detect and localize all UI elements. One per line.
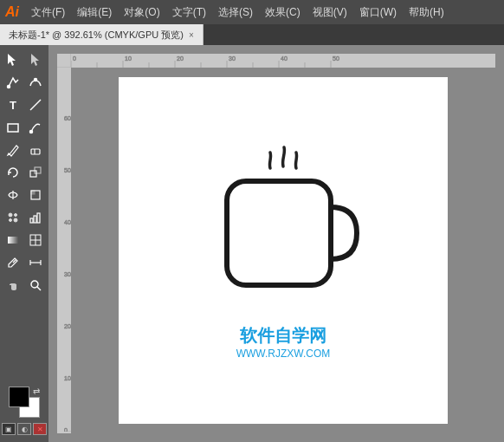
ruler-corner [57,54,71,68]
svg-rect-5 [8,124,18,132]
tool-row-hand [0,274,48,296]
title-bar: Ai 文件(F)编辑(E)对象(O)文字(T)选择(S)效果(C)视图(V)窗口… [0,0,504,24]
left-toolbar: T [0,45,48,442]
normal-screen-mode[interactable]: ▣ [2,423,16,435]
svg-point-17 [14,218,17,222]
tool-row-pencil [0,139,48,161]
svg-text:50: 50 [333,55,339,62]
svg-marker-0 [8,54,16,66]
tool-row-pen [0,71,48,94]
svg-text:0: 0 [73,55,76,62]
svg-text:20: 20 [64,323,71,329]
menu-item[interactable]: 效果(C) [260,3,306,22]
zoom-tool[interactable] [24,274,47,296]
none-mode[interactable]: ✕ [33,423,47,435]
foreground-color[interactable] [9,387,29,407]
watermark-main-text: 软件自学网 [236,324,331,348]
tool-row-warp [0,184,48,206]
svg-text:40: 40 [64,219,71,225]
cup-svg [205,142,361,315]
svg-text:40: 40 [281,55,288,62]
svg-text:0: 0 [64,427,68,432]
direct-select-tool[interactable] [24,49,47,71]
paintbrush-tool[interactable] [24,116,47,139]
svg-text:30: 30 [64,271,71,277]
color-section: ⇄ ▣ ◐ ✕ [0,383,50,439]
document-tab[interactable]: 未标题-1* @ 392.61% (CMYK/GPU 预览) × [0,24,204,45]
canvas-paper: 软件自学网 WWW.RJZXW.COM [71,68,495,433]
menu-item[interactable]: 视图(V) [307,3,352,22]
menu-item[interactable]: 编辑(E) [72,3,117,22]
graph-tool[interactable] [24,206,47,229]
line-tool[interactable] [24,94,47,116]
ruler-vertical: 0 10 20 30 40 50 60 [57,68,71,433]
svg-line-30 [37,287,41,290]
tab-close-button[interactable]: × [189,30,194,40]
tool-row-eyedropper [0,251,48,274]
menu-item[interactable]: 帮助(H) [404,3,449,22]
screen-mode-row: ▣ ◐ ✕ [2,423,47,435]
svg-text:10: 10 [64,375,71,381]
svg-text:20: 20 [177,55,184,62]
tool-row-rotate [0,161,48,184]
cup-illustration: 软件自学网 WWW.RJZXW.COM [205,142,361,360]
menu-item[interactable]: 文字(T) [167,3,211,22]
svg-text:60: 60 [64,115,71,121]
menu-item[interactable]: 对象(O) [119,3,165,22]
watermark: 软件自学网 WWW.RJZXW.COM [236,324,331,360]
tab-label: 未标题-1* @ 392.61% (CMYK/GPU 预览) [9,29,184,42]
tab-bar: 未标题-1* @ 392.61% (CMYK/GPU 预览) × [0,24,504,45]
hand-tool[interactable] [2,274,24,296]
app-logo: Ai [5,4,19,20]
canvas-area: 0 10 20 30 40 50 [48,45,504,442]
menu-item[interactable]: 选择(S) [213,3,258,22]
menu-item[interactable]: 窗口(W) [354,3,402,22]
free-transform-tool[interactable] [24,184,47,206]
rectangle-tool[interactable] [2,116,24,139]
type-tool[interactable]: T [2,94,24,116]
rotate-tool[interactable] [2,161,24,184]
mesh-tool[interactable] [24,229,47,251]
svg-point-14 [9,213,12,217]
main-layout: T [0,45,504,442]
gradient-tool[interactable] [2,229,24,251]
pen-tool[interactable] [2,71,24,94]
svg-point-3 [35,79,37,81]
canvas-row: 0 10 20 30 40 50 60 [57,68,495,433]
color-boxes[interactable]: ⇄ [9,387,40,418]
svg-rect-18 [30,218,33,223]
svg-rect-21 [8,237,18,244]
svg-rect-20 [37,213,40,223]
menu-bar: 文件(F)编辑(E)对象(O)文字(T)选择(S)效果(C)视图(V)窗口(W)… [26,3,499,22]
eyedropper-tool[interactable] [2,251,24,274]
select-tool[interactable] [2,49,24,71]
tool-row-select [0,49,48,71]
svg-rect-19 [34,216,36,223]
svg-point-6 [30,131,33,133]
measure-tool[interactable] [24,251,47,274]
symbol-tool[interactable] [2,206,24,229]
curvature-tool[interactable] [24,71,47,94]
artboard: 软件自学网 WWW.RJZXW.COM [119,77,448,424]
svg-rect-64 [227,181,331,285]
warp-tool[interactable] [2,184,24,206]
scale-tool[interactable] [24,161,47,184]
canvas-with-ruler: 0 10 20 30 40 50 [57,54,495,433]
svg-point-29 [31,281,38,288]
svg-point-15 [15,214,17,217]
tool-row-gradient [0,229,48,251]
svg-marker-1 [31,54,39,66]
svg-point-2 [8,86,10,88]
menu-item[interactable]: 文件(F) [26,3,70,22]
watermark-sub-text: WWW.RJZXW.COM [236,348,331,360]
svg-text:50: 50 [64,167,71,173]
tool-row-symbol [0,206,48,229]
svg-point-16 [10,219,12,222]
pencil-tool[interactable] [2,139,24,161]
tool-row-type: T [0,94,48,116]
eraser-tool[interactable] [24,139,47,161]
ruler-horizontal: 0 10 20 30 40 50 [71,54,495,68]
swap-colors-icon[interactable]: ⇄ [33,387,40,396]
tool-row-shape [0,116,48,139]
full-screen-mode[interactable]: ◐ [17,423,31,435]
